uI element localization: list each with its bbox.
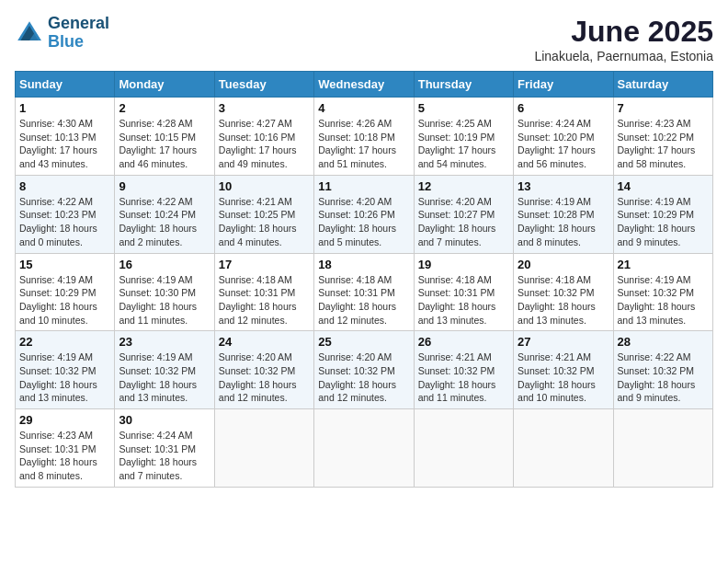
- day-info: Sunrise: 4:20 AM Sunset: 10:32 PM Daylig…: [318, 350, 409, 405]
- table-row: 26Sunrise: 4:21 AM Sunset: 10:32 PM Dayl…: [414, 331, 513, 409]
- day-number: 14: [618, 179, 709, 193]
- table-row: 23Sunrise: 4:19 AM Sunset: 10:32 PM Dayl…: [115, 331, 214, 409]
- day-number: 17: [219, 258, 310, 271]
- day-info: Sunrise: 4:20 AM Sunset: 10:26 PM Daylig…: [318, 195, 409, 249]
- day-info: Sunrise: 4:18 AM Sunset: 10:32 PM Daylig…: [518, 273, 609, 327]
- day-info: Sunrise: 4:19 AM Sunset: 10:30 PM Daylig…: [119, 273, 210, 327]
- logo-icon: [15, 18, 44, 48]
- day-number: 1: [19, 101, 110, 115]
- day-number: 3: [219, 101, 310, 115]
- table-row: 5Sunrise: 4:25 AM Sunset: 10:19 PM Dayli…: [414, 98, 513, 176]
- day-info: Sunrise: 4:30 AM Sunset: 10:13 PM Daylig…: [19, 117, 110, 171]
- week-row-5: 29Sunrise: 4:23 AM Sunset: 10:31 PM Dayl…: [16, 409, 713, 488]
- day-number: 28: [618, 335, 709, 349]
- day-number: 30: [119, 413, 210, 427]
- logo-line2: Blue: [48, 33, 109, 52]
- table-row: 29Sunrise: 4:23 AM Sunset: 10:31 PM Dayl…: [16, 409, 115, 488]
- day-number: 8: [19, 179, 110, 193]
- day-info: Sunrise: 4:20 AM Sunset: 10:27 PM Daylig…: [418, 195, 509, 249]
- table-row: [514, 409, 613, 488]
- day-info: Sunrise: 4:18 AM Sunset: 10:31 PM Daylig…: [318, 273, 409, 327]
- day-number: 9: [119, 179, 210, 193]
- table-row: 9Sunrise: 4:22 AM Sunset: 10:24 PM Dayli…: [115, 175, 214, 253]
- table-row: 24Sunrise: 4:20 AM Sunset: 10:32 PM Dayl…: [214, 331, 313, 409]
- calendar-header-row: SundayMondayTuesdayWednesdayThursdayFrid…: [16, 72, 713, 98]
- logo-line1: General: [48, 15, 109, 33]
- day-info: Sunrise: 4:18 AM Sunset: 10:31 PM Daylig…: [418, 273, 509, 327]
- day-number: 12: [418, 179, 509, 193]
- day-number: 16: [119, 258, 210, 271]
- day-number: 23: [119, 335, 210, 349]
- table-row: 12Sunrise: 4:20 AM Sunset: 10:27 PM Dayl…: [414, 175, 513, 253]
- table-row: 4Sunrise: 4:26 AM Sunset: 10:18 PM Dayli…: [314, 98, 414, 176]
- table-row: 8Sunrise: 4:22 AM Sunset: 10:23 PM Dayli…: [16, 175, 115, 253]
- day-info: Sunrise: 4:24 AM Sunset: 10:20 PM Daylig…: [518, 117, 609, 171]
- day-number: 18: [318, 258, 409, 271]
- table-row: 15Sunrise: 4:19 AM Sunset: 10:29 PM Dayl…: [16, 253, 115, 331]
- day-number: 15: [19, 258, 110, 271]
- table-row: [214, 409, 313, 488]
- table-row: 28Sunrise: 4:22 AM Sunset: 10:32 PM Dayl…: [613, 331, 712, 409]
- table-row: 2Sunrise: 4:28 AM Sunset: 10:15 PM Dayli…: [115, 98, 214, 176]
- day-number: 29: [19, 413, 110, 427]
- day-info: Sunrise: 4:22 AM Sunset: 10:24 PM Daylig…: [119, 195, 210, 249]
- day-number: 2: [119, 101, 210, 115]
- table-row: [414, 409, 513, 488]
- header-tuesday: Tuesday: [214, 72, 313, 98]
- logo-text: General Blue: [48, 15, 109, 52]
- day-info: Sunrise: 4:23 AM Sunset: 10:31 PM Daylig…: [19, 429, 110, 483]
- table-row: 1Sunrise: 4:30 AM Sunset: 10:13 PM Dayli…: [16, 98, 115, 176]
- day-info: Sunrise: 4:19 AM Sunset: 10:28 PM Daylig…: [518, 195, 609, 249]
- table-row: 22Sunrise: 4:19 AM Sunset: 10:32 PM Dayl…: [16, 331, 115, 409]
- day-info: Sunrise: 4:22 AM Sunset: 10:32 PM Daylig…: [618, 350, 709, 405]
- week-row-2: 8Sunrise: 4:22 AM Sunset: 10:23 PM Dayli…: [16, 175, 713, 253]
- day-info: Sunrise: 4:19 AM Sunset: 10:32 PM Daylig…: [119, 350, 210, 405]
- day-number: 4: [318, 101, 409, 115]
- logo: General Blue: [15, 15, 109, 52]
- day-info: Sunrise: 4:20 AM Sunset: 10:32 PM Daylig…: [219, 350, 310, 405]
- day-info: Sunrise: 4:19 AM Sunset: 10:32 PM Daylig…: [19, 350, 110, 405]
- table-row: 18Sunrise: 4:18 AM Sunset: 10:31 PM Dayl…: [314, 253, 414, 331]
- table-row: 27Sunrise: 4:21 AM Sunset: 10:32 PM Dayl…: [514, 331, 613, 409]
- day-info: Sunrise: 4:19 AM Sunset: 10:29 PM Daylig…: [618, 195, 709, 249]
- day-info: Sunrise: 4:21 AM Sunset: 10:25 PM Daylig…: [219, 195, 310, 249]
- week-row-1: 1Sunrise: 4:30 AM Sunset: 10:13 PM Dayli…: [16, 98, 713, 176]
- day-info: Sunrise: 4:23 AM Sunset: 10:22 PM Daylig…: [618, 117, 709, 171]
- day-number: 25: [318, 335, 409, 349]
- day-number: 22: [19, 335, 110, 349]
- location-title: Linakuela, Paernumaa, Estonia: [534, 49, 713, 63]
- header-wednesday: Wednesday: [314, 72, 414, 98]
- week-row-4: 22Sunrise: 4:19 AM Sunset: 10:32 PM Dayl…: [16, 331, 713, 409]
- table-row: 3Sunrise: 4:27 AM Sunset: 10:16 PM Dayli…: [214, 98, 313, 176]
- table-row: 16Sunrise: 4:19 AM Sunset: 10:30 PM Dayl…: [115, 253, 214, 331]
- day-number: 10: [219, 179, 310, 193]
- day-info: Sunrise: 4:24 AM Sunset: 10:31 PM Daylig…: [119, 429, 210, 483]
- day-number: 11: [318, 179, 409, 193]
- header-sunday: Sunday: [16, 72, 115, 98]
- header-saturday: Saturday: [613, 72, 712, 98]
- day-info: Sunrise: 4:21 AM Sunset: 10:32 PM Daylig…: [418, 350, 509, 405]
- day-info: Sunrise: 4:28 AM Sunset: 10:15 PM Daylig…: [119, 117, 210, 171]
- day-info: Sunrise: 4:19 AM Sunset: 10:32 PM Daylig…: [618, 273, 709, 327]
- day-info: Sunrise: 4:21 AM Sunset: 10:32 PM Daylig…: [518, 350, 609, 405]
- day-number: 5: [418, 101, 509, 115]
- table-row: 17Sunrise: 4:18 AM Sunset: 10:31 PM Dayl…: [214, 253, 313, 331]
- table-row: 7Sunrise: 4:23 AM Sunset: 10:22 PM Dayli…: [613, 98, 712, 176]
- table-row: 10Sunrise: 4:21 AM Sunset: 10:25 PM Dayl…: [214, 175, 313, 253]
- day-number: 19: [418, 258, 509, 271]
- day-info: Sunrise: 4:22 AM Sunset: 10:23 PM Daylig…: [19, 195, 110, 249]
- table-row: 11Sunrise: 4:20 AM Sunset: 10:26 PM Dayl…: [314, 175, 414, 253]
- day-number: 7: [618, 101, 709, 115]
- day-info: Sunrise: 4:25 AM Sunset: 10:19 PM Daylig…: [418, 117, 509, 171]
- day-info: Sunrise: 4:19 AM Sunset: 10:29 PM Daylig…: [19, 273, 110, 327]
- page-header: General Blue June 2025 Linakuela, Paernu…: [15, 15, 713, 63]
- table-row: 30Sunrise: 4:24 AM Sunset: 10:31 PM Dayl…: [115, 409, 214, 488]
- day-info: Sunrise: 4:26 AM Sunset: 10:18 PM Daylig…: [318, 117, 409, 171]
- day-number: 6: [518, 101, 609, 115]
- day-info: Sunrise: 4:18 AM Sunset: 10:31 PM Daylig…: [219, 273, 310, 327]
- header-monday: Monday: [115, 72, 214, 98]
- day-number: 21: [618, 258, 709, 271]
- day-number: 13: [518, 179, 609, 193]
- table-row: 13Sunrise: 4:19 AM Sunset: 10:28 PM Dayl…: [514, 175, 613, 253]
- day-number: 27: [518, 335, 609, 349]
